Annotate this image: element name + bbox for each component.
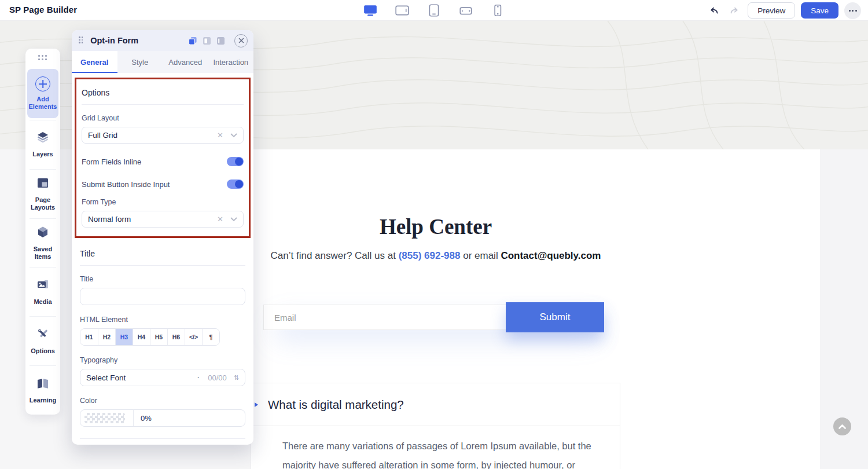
transparency-checker-icon: [84, 413, 125, 423]
separator-dot: ·: [197, 372, 200, 383]
chevron-down-icon: [230, 133, 237, 138]
redo-icon[interactable]: [727, 3, 742, 18]
dock-half-icon[interactable]: [202, 36, 211, 45]
layers-icon: [36, 130, 50, 146]
page-layouts-icon: [36, 176, 50, 192]
save-button[interactable]: Save: [801, 2, 838, 19]
sidebar-item-media[interactable]: Media: [25, 267, 60, 316]
faq-accordion-body: There are many variations of passages of…: [251, 426, 620, 469]
book-icon: [36, 376, 50, 393]
h4-button[interactable]: H4: [133, 329, 150, 345]
email-link[interactable]: Contact@quebly.com: [501, 250, 601, 261]
chevron-down-icon: [230, 217, 237, 222]
sidebar-item-label: Add Elements: [28, 96, 57, 111]
panel-header-icons: [188, 34, 248, 47]
sidebar-item-add-elements[interactable]: Add Elements: [27, 69, 58, 118]
sidebar-item-options[interactable]: Options: [25, 316, 60, 365]
chevron-up-icon: [838, 424, 846, 429]
grid-layout-select[interactable]: Full Grid ✕: [82, 127, 244, 144]
h2-button[interactable]: H2: [98, 329, 115, 345]
submit-button[interactable]: Submit: [506, 302, 604, 332]
typography-field[interactable]: Select Font · 00/00 ⇅: [80, 369, 245, 386]
grid-layout-value: Full Grid: [88, 131, 217, 140]
tab-style[interactable]: Style: [117, 51, 163, 73]
sidebar-item-label: Media: [34, 298, 52, 306]
sidebar-item-page-layouts[interactable]: Page Layouts: [25, 169, 60, 218]
builder-sidebar: Add Elements Layers Page Layouts Saved I…: [25, 49, 60, 415]
sidebar-item-learning[interactable]: Learning: [25, 365, 60, 415]
faq-answer: There are many variations of passages of…: [282, 437, 610, 469]
h5-button[interactable]: H5: [150, 329, 167, 345]
tablet-landscape-icon[interactable]: [395, 3, 410, 17]
paragraph-button[interactable]: ¶: [202, 329, 219, 345]
topbar-actions: Preview Save: [706, 0, 861, 21]
options-section-heading: Options: [82, 80, 244, 105]
submit-inside-input-toggle[interactable]: [227, 179, 244, 189]
panel-tabbar: General Style Advanced Interaction: [72, 51, 253, 73]
color-swatch-cell[interactable]: [80, 410, 134, 426]
h3-button[interactable]: H3: [115, 329, 133, 345]
phone-link[interactable]: (855) 692-988: [399, 250, 461, 261]
duplicate-icon[interactable]: [188, 36, 197, 45]
grid-layout-label: Grid Layout: [82, 114, 244, 122]
page-canvas: Help Center Can’t find answer? Call us a…: [251, 149, 820, 469]
more-options-button[interactable]: [844, 2, 861, 19]
annotation-highlight-rect: Options Grid Layout Full Grid ✕ Form Fie…: [75, 78, 251, 238]
title-section-heading: Title: [80, 241, 245, 266]
h6-button[interactable]: H6: [167, 329, 185, 345]
sidebar-item-label: Learning: [30, 397, 56, 404]
caret-right-icon: [255, 402, 258, 407]
responsive-device-bar: [363, 0, 505, 21]
dock-full-icon[interactable]: [216, 36, 225, 45]
drag-dots-icon: [38, 55, 47, 61]
undo-icon[interactable]: [706, 3, 721, 18]
tab-advanced[interactable]: Advanced: [163, 51, 208, 73]
page-title: Help Center: [251, 214, 621, 239]
tablet-portrait-icon[interactable]: [426, 3, 442, 17]
submit-inside-input-label: Submit Button Inside Input: [82, 180, 170, 189]
form-fields-inline-row: Form Fields Inline: [82, 157, 244, 166]
phone-landscape-icon[interactable]: [458, 3, 473, 17]
phone-portrait-icon[interactable]: [490, 3, 505, 17]
clear-icon[interactable]: ✕: [217, 215, 223, 223]
typography-font-value: Select Font: [86, 373, 197, 382]
sidebar-item-saved-items[interactable]: Saved Items: [25, 218, 60, 268]
title-label: Title: [80, 275, 245, 283]
form-fields-inline-label: Form Fields Inline: [82, 157, 141, 166]
tab-interaction[interactable]: Interaction: [208, 51, 254, 73]
title-input[interactable]: [80, 288, 245, 305]
h1-button[interactable]: H1: [80, 329, 98, 345]
faq-card: What is digital marketing? There are man…: [251, 383, 620, 469]
faq-accordion-header[interactable]: What is digital marketing?: [251, 383, 620, 426]
panel-body: Options Grid Layout Full Grid ✕ Form Fie…: [72, 78, 253, 445]
panel-drag-handle-icon[interactable]: [79, 36, 84, 45]
sidebar-drag-handle[interactable]: [25, 49, 60, 67]
preview-button[interactable]: Preview: [748, 2, 795, 19]
tab-general[interactable]: General: [72, 51, 117, 73]
typography-label: Typography: [80, 356, 245, 364]
html-element-group: H1 H2 H3 H4 H5 H6 </> ¶: [80, 328, 220, 346]
form-type-select[interactable]: Normal form ✕: [82, 211, 244, 228]
form-fields-inline-toggle[interactable]: [227, 157, 244, 166]
email-field[interactable]: [263, 305, 506, 330]
close-icon[interactable]: [234, 34, 248, 47]
contact-text-2: or email: [460, 250, 501, 261]
color-field[interactable]: 0%: [80, 409, 245, 427]
submit-inside-input-row: Submit Button Inside Input: [82, 179, 244, 189]
sidebar-item-label: Layers: [32, 151, 53, 158]
sort-arrows-icon: ⇅: [234, 374, 239, 382]
sidebar-item-layers[interactable]: Layers: [25, 120, 60, 169]
scroll-top-button[interactable]: [833, 417, 851, 435]
clear-icon[interactable]: ✕: [217, 131, 223, 140]
optin-form-settings-panel: Opt-in Form General Style Advanced Inter…: [72, 30, 253, 445]
divider: [80, 438, 245, 439]
media-icon: [36, 278, 50, 294]
html-element-label: HTML Element: [80, 316, 245, 324]
color-opacity-value: 0%: [134, 410, 152, 426]
code-tag-button[interactable]: </>: [185, 329, 202, 345]
desktop-icon[interactable]: [363, 3, 378, 17]
sidebar-item-label: Page Layouts: [27, 196, 59, 211]
faq-question: What is digital marketing?: [268, 398, 404, 412]
app-title: SP Page Builder: [9, 5, 77, 14]
panel-header: Opt-in Form: [72, 30, 253, 51]
